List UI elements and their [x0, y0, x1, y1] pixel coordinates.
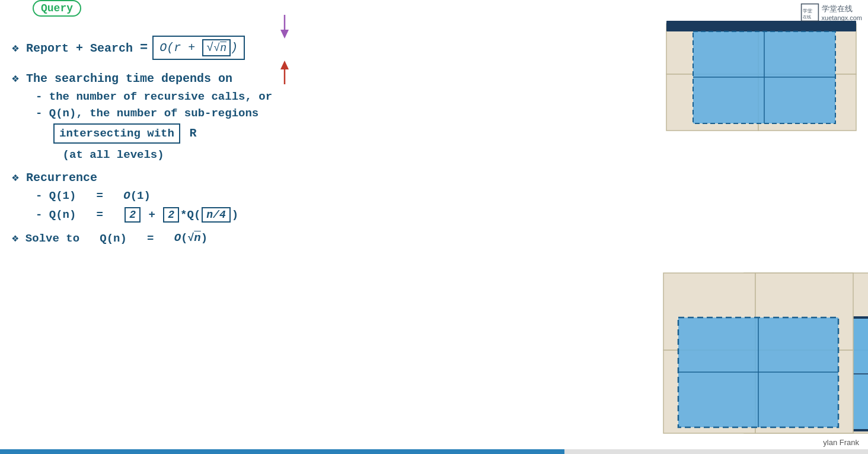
- box-n4: n/4: [202, 207, 230, 223]
- watermark-text1: 学堂在线: [822, 4, 862, 14]
- purple-arrow: [279, 15, 291, 39]
- progress-fill: [0, 449, 564, 454]
- svg-text:在线: 在线: [803, 15, 811, 20]
- author-label: ylan Frank: [823, 438, 859, 447]
- formula-box: O(r + √n ): [152, 36, 245, 60]
- recurrence-qn: - Q(n) = 2 + 2 *Q( n/4 ): [36, 207, 368, 223]
- svg-rect-9: [666, 21, 856, 31]
- right-panel: ↕: [379, 0, 868, 454]
- watermark: 学堂 在线 学堂在线 xuetangx.com: [800, 3, 862, 22]
- formula-line: ❖ Report + Search = O(r + √n ): [12, 36, 368, 60]
- watermark-text2: xuetangx.com: [822, 14, 862, 21]
- diagram-top-right: [660, 6, 862, 136]
- box-2b: 2: [163, 207, 179, 223]
- at-all-levels: (at all levels): [36, 148, 368, 161]
- solve-line: ❖ Solve to Q(n) = O(√n): [12, 231, 368, 245]
- section1-title: ❖ The searching time depends on: [12, 71, 232, 85]
- red-arrow: [279, 61, 291, 84]
- query-badge: Query: [33, 0, 81, 17]
- item-qn: - Q(n), the number of sub-regions: [36, 107, 368, 120]
- watermark-icon: 学堂 在线: [800, 3, 819, 22]
- item-recursive: - the number of recursive calls, or: [36, 90, 368, 103]
- searching-time-section: ❖ The searching time depends on - the nu…: [12, 71, 368, 161]
- intersecting-sub: intersecting with R: [53, 123, 368, 144]
- intersecting-r: R: [189, 126, 196, 140]
- box-2a: 2: [125, 207, 141, 223]
- recurrence-q1: - Q(1) = O(1): [36, 189, 368, 202]
- svg-text:学堂: 学堂: [803, 8, 812, 14]
- intersecting-box: intersecting with: [53, 123, 180, 144]
- progress-bar[interactable]: [0, 449, 868, 454]
- recurrence-title: ❖ Recurrence: [12, 170, 97, 185]
- recurrence-section: ❖ Recurrence - Q(1) = O(1) - Q(n) = 2 + …: [12, 170, 368, 223]
- diagram-bottom-right: [660, 270, 862, 442]
